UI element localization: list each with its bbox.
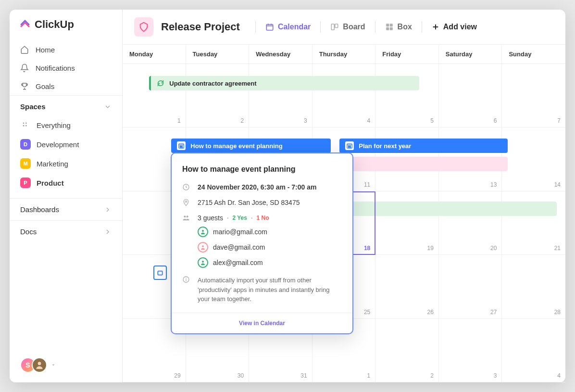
date-number: 2 bbox=[430, 372, 434, 379]
guest-avatar-icon bbox=[198, 242, 208, 253]
date-number: 14 bbox=[554, 181, 561, 188]
calendar-cell[interactable]: 4 bbox=[312, 64, 376, 127]
logo[interactable]: ClickUp bbox=[10, 18, 122, 40]
calendar-cell[interactable]: 4 bbox=[502, 319, 565, 382]
view-box[interactable]: Box bbox=[383, 21, 414, 33]
space-product[interactable]: P Product bbox=[10, 173, 122, 192]
chevron-down-icon bbox=[104, 103, 112, 111]
svg-text:31: 31 bbox=[180, 145, 183, 148]
calendar-cell[interactable]: 1 bbox=[123, 64, 186, 127]
svg-point-0 bbox=[23, 123, 25, 124]
day-headers: Monday Tuesday Wednesday Thursday Friday… bbox=[123, 44, 565, 64]
day-header: Wednesday bbox=[249, 45, 312, 63]
nav-goals[interactable]: Goals bbox=[10, 77, 122, 95]
spaces-header[interactable]: Spaces bbox=[10, 95, 122, 115]
svg-point-21 bbox=[202, 230, 204, 232]
topbar: Release Project Calendar Board Bo bbox=[123, 10, 565, 44]
dot-separator: • bbox=[227, 215, 229, 221]
calendar-cell[interactable]: 2 bbox=[375, 319, 439, 382]
popup-description-row: Automatically import your stuff from oth… bbox=[182, 276, 342, 304]
svg-rect-16 bbox=[158, 271, 162, 275]
calendar-cell[interactable]: 3 bbox=[249, 64, 312, 127]
day-header: Thursday bbox=[312, 45, 376, 63]
popup-location: 2715 Ash Dr. San Jose, SD 83475 bbox=[198, 199, 342, 206]
view-label: Box bbox=[398, 23, 412, 31]
guest-item: mario@gmail.com bbox=[198, 227, 342, 237]
space-badge: M bbox=[20, 158, 31, 169]
date-number: 18 bbox=[364, 245, 370, 252]
space-label: Product bbox=[37, 179, 64, 187]
guest-email: dave@gmail.com bbox=[213, 243, 265, 251]
date-number: 4 bbox=[367, 117, 371, 124]
event-small-indicator[interactable] bbox=[153, 266, 167, 280]
calendar-cell[interactable]: 5 bbox=[375, 64, 439, 127]
dot-separator: • bbox=[251, 215, 253, 221]
add-view-button[interactable]: Add view bbox=[430, 21, 479, 33]
calendar-icon: 31 bbox=[345, 141, 354, 150]
plus-icon bbox=[432, 23, 439, 31]
event-next-year[interactable]: 31 Plan for next year bbox=[339, 139, 508, 153]
date-number: 11 bbox=[364, 181, 370, 188]
date-number: 20 bbox=[490, 245, 497, 252]
user-avatar-stack[interactable]: S bbox=[20, 357, 56, 373]
guest-email: alex@gmail.com bbox=[213, 259, 263, 266]
clickup-logo-icon bbox=[19, 19, 31, 30]
nav-notifications[interactable]: Notifications bbox=[10, 59, 122, 77]
space-badge: P bbox=[20, 177, 31, 188]
section-docs[interactable]: Docs bbox=[10, 220, 122, 242]
calendar-cell[interactable]: 6 bbox=[439, 64, 502, 127]
view-calendar[interactable]: Calendar bbox=[263, 21, 312, 33]
calendar-icon: 31 bbox=[177, 141, 186, 150]
info-icon bbox=[182, 276, 190, 304]
svg-rect-10 bbox=[386, 27, 389, 30]
calendar-cell[interactable]: 7 bbox=[502, 64, 565, 127]
guest-item: dave@gmail.com bbox=[198, 242, 342, 253]
event-pink-bar[interactable] bbox=[339, 157, 508, 171]
space-marketing[interactable]: M Marketing bbox=[10, 154, 122, 173]
date-number: 26 bbox=[427, 309, 433, 316]
event-contractor[interactable]: Update contractor agreement bbox=[149, 76, 419, 90]
calendar-cell[interactable]: 2 bbox=[186, 64, 250, 127]
date-number: 28 bbox=[554, 309, 561, 316]
svg-text:31: 31 bbox=[348, 145, 351, 148]
event-title: Update contractor agreement bbox=[169, 80, 256, 87]
calendar-cell[interactable]: 26 bbox=[375, 255, 439, 318]
view-label: Calendar bbox=[278, 23, 311, 31]
recurring-icon bbox=[157, 79, 164, 87]
nav-label: Goals bbox=[36, 82, 54, 90]
svg-rect-6 bbox=[332, 24, 335, 30]
view-label: Add view bbox=[443, 23, 477, 31]
svg-point-2 bbox=[23, 125, 25, 126]
home-icon bbox=[20, 45, 29, 54]
calendar-cell[interactable]: 3 bbox=[439, 319, 502, 382]
separator bbox=[320, 21, 321, 33]
calendar-cell[interactable]: 21 bbox=[502, 191, 565, 255]
calendar-cell[interactable]: 27 bbox=[439, 255, 502, 318]
view-in-calendar-link[interactable]: View in Calendar bbox=[172, 313, 352, 333]
guest-email: mario@gmail.com bbox=[213, 228, 267, 236]
guest-avatar-icon bbox=[198, 227, 208, 237]
event-planning[interactable]: 31 How to manage event planning bbox=[171, 139, 331, 153]
day-header: Sunday bbox=[502, 45, 565, 63]
date-number: 4 bbox=[557, 372, 561, 379]
sidebar: ClickUp Home Notifications Goals Spaces bbox=[10, 10, 123, 382]
svg-rect-26 bbox=[186, 279, 186, 281]
section-dashboards[interactable]: Dashboards bbox=[10, 198, 122, 220]
section-label: Dashboards bbox=[20, 205, 59, 214]
view-board[interactable]: Board bbox=[328, 21, 367, 33]
day-header: Tuesday bbox=[186, 45, 250, 63]
calendar-cell[interactable]: 20 bbox=[439, 191, 502, 255]
svg-point-1 bbox=[25, 123, 27, 124]
event-title: How to manage event planning bbox=[190, 142, 282, 150]
box-icon bbox=[385, 23, 394, 31]
calendar-cell[interactable]: 28 bbox=[502, 255, 565, 318]
date-number: 13 bbox=[490, 181, 497, 188]
board-icon bbox=[330, 23, 339, 31]
sidebar-everything[interactable]: Everything bbox=[10, 115, 122, 135]
nav-label: Notifications bbox=[36, 64, 75, 72]
space-development[interactable]: D Development bbox=[10, 135, 122, 154]
nav-home[interactable]: Home bbox=[10, 40, 122, 59]
calendar-cell[interactable]: 14 bbox=[502, 127, 565, 191]
calendar-cell[interactable]: 19 bbox=[375, 191, 439, 255]
guests-count: 3 guests bbox=[198, 214, 223, 222]
